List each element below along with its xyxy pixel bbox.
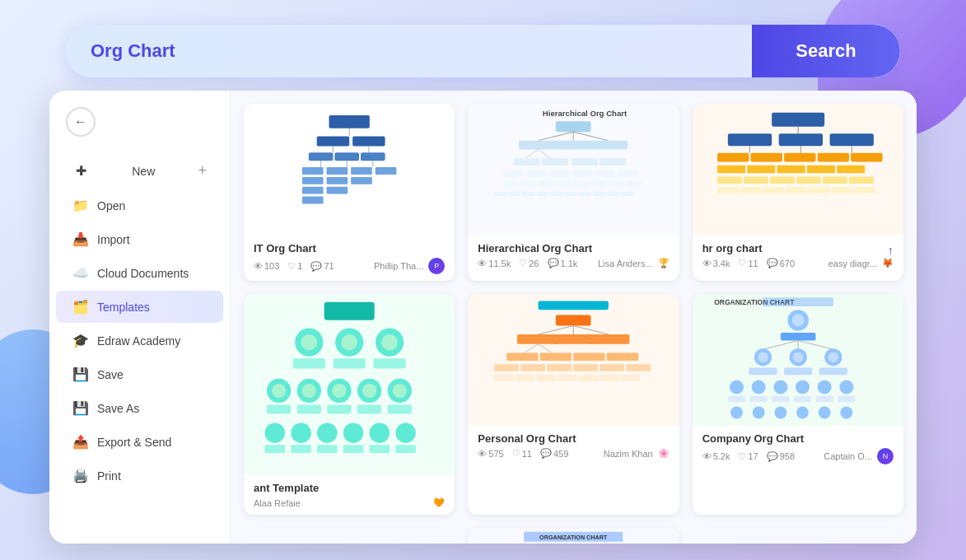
upload-icon: ↑ bbox=[888, 244, 894, 257]
sidebar-label-save: Save bbox=[97, 368, 124, 381]
svg-point-172 bbox=[730, 380, 744, 394]
svg-rect-169 bbox=[749, 368, 777, 376]
svg-point-110 bbox=[393, 384, 407, 398]
template-card-personal[interactable]: ORGANIZATION CHART bbox=[693, 294, 903, 515]
template-info-hr: hr org chart ↑ 👁 3.4k ♡ 11 💬 670 easy di… bbox=[693, 236, 903, 275]
author-avatar-personal: N bbox=[877, 448, 894, 464]
sidebar-item-save[interactable]: 💾 Save bbox=[56, 358, 223, 390]
svg-line-160 bbox=[763, 341, 798, 350]
svg-text:Hierarchical Org Chart: Hierarchical Org Chart bbox=[543, 109, 628, 118]
sidebar-item-export[interactable]: 📤 Export & Send bbox=[56, 426, 223, 458]
svg-point-164 bbox=[758, 352, 768, 362]
likes-hier: ♡ 26 bbox=[519, 258, 539, 268]
sidebar-item-new[interactable]: ✚ New + bbox=[56, 154, 223, 188]
svg-rect-99 bbox=[334, 358, 366, 368]
sidebar-item-import[interactable]: 📥 Import bbox=[56, 223, 223, 255]
sidebar-item-academy[interactable]: 🎓 Edraw Academy bbox=[56, 324, 223, 357]
sidebar-item-saveas[interactable]: 💾 Save As bbox=[56, 392, 223, 424]
svg-rect-122 bbox=[264, 445, 284, 453]
template-meta-hierarchical: 👁 11.5k ♡ 26 💬 1.1k Lisa Anders... 🏆 bbox=[478, 258, 669, 268]
template-meta-company: 👁 575 ♡ 11 💬 459 Nazim Khan 🌸 bbox=[478, 448, 669, 459]
svg-rect-77 bbox=[837, 166, 865, 174]
sidebar-label-saveas: Save As bbox=[97, 402, 139, 415]
template-card-bottom-org[interactable]: ORGANIZATION CHART bbox=[468, 528, 679, 544]
svg-rect-153 bbox=[600, 375, 618, 380]
sidebar-label-cloud: Cloud Documents bbox=[97, 267, 189, 280]
author-name-personal: Captain O... bbox=[824, 451, 872, 461]
svg-rect-6 bbox=[309, 152, 334, 161]
sidebar-label-open: Open bbox=[97, 199, 125, 212]
template-preview-photo-org bbox=[244, 294, 455, 475]
svg-rect-113 bbox=[327, 404, 351, 413]
back-button[interactable]: ← bbox=[66, 107, 96, 137]
export-icon: 📤 bbox=[72, 434, 89, 450]
comments-hier: 💬 1.1k bbox=[548, 258, 578, 268]
svg-rect-45 bbox=[556, 181, 572, 186]
template-card-company[interactable]: Personal Org Chart 👁 575 ♡ 11 💬 459 Nazi… bbox=[468, 294, 679, 515]
template-title-hierarchical: Hierarchical Org Chart bbox=[478, 242, 669, 254]
svg-rect-171 bbox=[819, 368, 847, 376]
svg-rect-19 bbox=[302, 187, 324, 194]
svg-rect-128 bbox=[539, 301, 609, 310]
svg-rect-142 bbox=[494, 364, 519, 371]
svg-rect-73 bbox=[717, 166, 745, 174]
template-preview-hierarchical: Hierarchical Org Chart bbox=[468, 104, 679, 236]
svg-rect-36 bbox=[503, 170, 525, 176]
template-card-it-org[interactable]: IT Org Chart 👁 103 ♡ 1 💬 71 Phillip Tha.… bbox=[244, 104, 455, 281]
svg-point-177 bbox=[839, 380, 853, 394]
svg-rect-75 bbox=[777, 166, 805, 174]
template-info-company: Personal Org Chart 👁 575 ♡ 11 💬 459 Nazi… bbox=[468, 426, 679, 465]
author-info-hr: easy diagr... 🦊 bbox=[828, 258, 894, 268]
svg-rect-98 bbox=[293, 358, 325, 368]
svg-point-117 bbox=[291, 422, 310, 442]
sidebar-item-templates[interactable]: 🗂️ Templates bbox=[56, 291, 223, 323]
svg-rect-148 bbox=[494, 375, 513, 380]
template-meta-it-org: 👁 103 ♡ 1 💬 71 Phillip Tha... P bbox=[254, 258, 445, 274]
svg-rect-35 bbox=[600, 158, 626, 166]
template-card-hierarchical[interactable]: Hierarchical Org Chart bbox=[468, 104, 679, 281]
svg-rect-146 bbox=[600, 364, 624, 371]
sidebar-item-open[interactable]: 📁 Open bbox=[56, 189, 223, 222]
content-area: IT Org Chart 👁 103 ♡ 1 💬 71 Phillip Tha.… bbox=[231, 91, 917, 544]
svg-point-102 bbox=[272, 384, 286, 398]
svg-rect-49 bbox=[626, 181, 642, 186]
svg-rect-182 bbox=[815, 396, 833, 402]
template-stats-company: 👁 575 ♡ 11 💬 459 bbox=[478, 448, 568, 459]
svg-rect-54 bbox=[551, 192, 563, 196]
hr-org-svg bbox=[693, 104, 903, 236]
svg-rect-91 bbox=[324, 302, 375, 320]
svg-rect-21 bbox=[302, 197, 324, 204]
svg-rect-72 bbox=[851, 153, 882, 162]
svg-rect-62 bbox=[727, 133, 771, 146]
author-info-it: Phillip Tha... P bbox=[374, 258, 445, 274]
sidebar-item-cloud[interactable]: ☁️ Cloud Documents bbox=[56, 257, 223, 289]
template-preview-hr bbox=[693, 104, 903, 236]
template-stats-photo: Alaa Refaie bbox=[254, 498, 301, 508]
author-name-photo: Alaa Refaie bbox=[254, 498, 301, 508]
search-input-area[interactable]: Org Chart bbox=[66, 40, 752, 62]
template-card-hr[interactable]: hr org chart ↑ 👁 3.4k ♡ 11 💬 670 easy di… bbox=[693, 104, 903, 281]
new-icon: ✚ bbox=[72, 163, 89, 179]
svg-rect-14 bbox=[351, 167, 372, 175]
svg-point-108 bbox=[362, 384, 376, 398]
sidebar-label-export: Export & Send bbox=[97, 436, 171, 449]
svg-line-162 bbox=[798, 341, 833, 350]
svg-rect-86 bbox=[763, 187, 784, 193]
sidebar-item-print[interactable]: 🖨️ Print bbox=[56, 460, 223, 492]
template-card-photo-org[interactable]: ant Template Alaa Refaie 🧡 bbox=[244, 294, 455, 515]
svg-point-189 bbox=[840, 407, 852, 419]
svg-point-118 bbox=[317, 422, 337, 442]
author-fox-icon: 🦊 bbox=[882, 258, 894, 268]
likes-stat: ♡ 1 bbox=[287, 261, 302, 272]
svg-rect-79 bbox=[744, 177, 768, 184]
it-org-svg bbox=[249, 109, 450, 231]
template-info-hierarchical: Hierarchical Org Chart 👁 11.5k ♡ 26 💬 1.… bbox=[468, 236, 679, 275]
author-name-it: Phillip Tha... bbox=[374, 261, 423, 271]
svg-rect-39 bbox=[572, 170, 593, 176]
svg-point-176 bbox=[817, 380, 831, 394]
svg-rect-58 bbox=[607, 192, 619, 196]
svg-point-106 bbox=[332, 384, 346, 398]
svg-rect-33 bbox=[542, 158, 568, 166]
svg-rect-12 bbox=[302, 167, 324, 175]
search-button[interactable]: Search bbox=[752, 25, 900, 77]
